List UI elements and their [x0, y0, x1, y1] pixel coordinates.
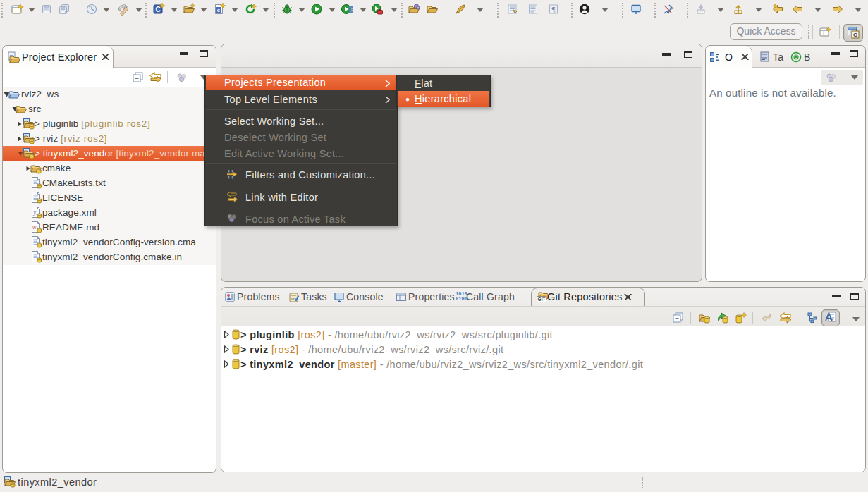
svg-text:C: C: [853, 32, 857, 38]
svg-text:GIT: GIT: [538, 297, 546, 302]
svg-text:c: c: [217, 7, 221, 13]
svg-text:¶: ¶: [552, 5, 556, 13]
svg-text:y,: y,: [32, 209, 37, 216]
svg-text:C: C: [155, 6, 160, 13]
